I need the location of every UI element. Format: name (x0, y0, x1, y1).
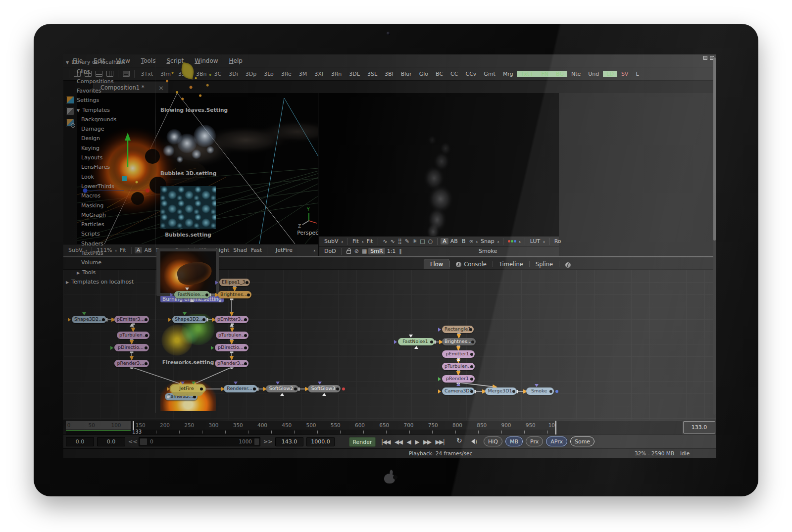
step-back-button[interactable]: << (128, 437, 137, 446)
thumbnail-leaves[interactable] (160, 62, 216, 104)
step-forward-button[interactable]: >> (263, 437, 272, 446)
tool-ld[interactable]: LD (603, 71, 618, 77)
tool-fn[interactable]: FN (538, 71, 552, 77)
playhead[interactable] (133, 421, 134, 430)
play-button[interactable]: ▶ (415, 438, 419, 445)
tree-item-design[interactable]: Design (81, 135, 100, 144)
tool-bg[interactable]: BG (552, 71, 568, 77)
tool-mrg[interactable]: Mrg (499, 71, 517, 77)
lut-button[interactable]: LUT (528, 238, 542, 244)
node-port-b[interactable] (190, 299, 194, 302)
layout-grid-icon[interactable] (106, 71, 113, 77)
node-output-dot[interactable] (145, 362, 148, 365)
node-port-l[interactable] (438, 389, 441, 393)
toggle-hiq[interactable]: HiQ (484, 436, 502, 446)
toggle-prx[interactable]: Prx (526, 436, 543, 446)
tab-flow[interactable]: Flow (424, 259, 449, 269)
tool-nte[interactable]: Nte (567, 71, 584, 77)
tree-item-backgrounds[interactable]: Backgrounds (81, 116, 116, 125)
library-item-bubbles-3d-setting[interactable]: Bubbles 3D.setting (160, 124, 216, 176)
node-softglow3[interactable]: SoftGlow3 (308, 385, 341, 392)
node-port-b[interactable] (322, 393, 326, 396)
channel-rgb-icon[interactable] (506, 240, 518, 242)
node-output-dot[interactable] (200, 387, 203, 390)
node-output-dot[interactable] (244, 362, 247, 365)
node-output-dot[interactable] (202, 318, 205, 321)
channel-a-button[interactable]: A (441, 238, 448, 244)
speaker-icon[interactable]: ) (471, 438, 477, 444)
menu-tools[interactable]: Tools (136, 57, 161, 64)
node-output-dot[interactable] (470, 390, 473, 393)
tree-item-lensflares[interactable]: LensFlares (81, 164, 110, 173)
node-port-b[interactable] (130, 324, 134, 327)
tree-item-shaders[interactable]: Shaders (81, 241, 103, 249)
fast-button[interactable]: Fast (249, 247, 264, 253)
chevron-down-icon[interactable]: ▼ (66, 60, 69, 65)
tab-icon[interactable] (559, 261, 577, 269)
node-pemitter1[interactable]: pEmitter1 (442, 350, 475, 358)
node-fastnoise1[interactable]: FastNoise1 (398, 338, 435, 345)
global-start-field[interactable]: 0.0 (66, 437, 94, 446)
node-port-t[interactable] (181, 382, 185, 385)
chevron-right-icon[interactable]: ▶ (66, 280, 69, 285)
one-to-one-button[interactable]: 1:1 (385, 248, 398, 254)
node-output-dot[interactable] (469, 328, 472, 331)
tool-3xf[interactable]: 3Xf (311, 71, 327, 77)
tree-item-macros[interactable]: Macros (81, 193, 100, 201)
time-ruler[interactable]: 0501001502002503003504004505005506006507… (66, 421, 555, 430)
tool-3rn[interactable]: 3Rn (327, 71, 346, 77)
channel-ab-button[interactable]: AB (448, 238, 460, 244)
toggle-some[interactable]: Some (570, 436, 594, 446)
tree-item-compositions[interactable]: Compositions (77, 78, 113, 87)
chevron-down-icon[interactable]: ▼ (77, 108, 80, 113)
node-port-b[interactable] (456, 358, 460, 361)
chevron-up-icon[interactable]: ▴ (114, 248, 118, 252)
paint-grid-icon[interactable]: ⣿ (396, 238, 403, 244)
tool-3bl[interactable]: 3Bl (381, 71, 397, 77)
node-port-t[interactable] (234, 382, 238, 385)
rectangle-tool-icon[interactable]: □ (418, 238, 426, 244)
render-start-field[interactable]: 143.0 (275, 437, 303, 446)
node-port-t2[interactable] (192, 382, 196, 385)
tool-gmt[interactable]: Gmt (480, 71, 499, 77)
scene-cube-icon[interactable] (66, 96, 74, 104)
gain-gamma-icon[interactable]: ‖ (397, 248, 403, 254)
node-prender3_l[interactable]: pRender3... (114, 360, 149, 367)
tab-console[interactable]: Console (450, 259, 493, 269)
library-scrollbar[interactable] (713, 56, 716, 415)
library-item-blowing-leaves-setting[interactable]: Blowing leaves.Setting (160, 62, 216, 113)
node-port-t[interactable] (535, 384, 539, 387)
render-button[interactable]: Render (349, 437, 376, 447)
node-output-dot[interactable] (430, 340, 433, 343)
channel-ab-button[interactable]: AB (142, 247, 153, 253)
node-output-dot[interactable] (512, 390, 515, 393)
tree-item-tools[interactable]: ▶Tools (77, 269, 96, 278)
tree-item-look[interactable]: Look (81, 174, 94, 183)
node-output-dot[interactable] (246, 281, 248, 284)
chevron-up-icon[interactable]: ▴ (518, 240, 522, 243)
tool-ccv[interactable]: CCv (462, 71, 480, 77)
chevron-up-icon[interactable]: ▴ (340, 240, 344, 243)
node-port-b[interactable] (230, 324, 234, 327)
node-port-t[interactable] (185, 288, 189, 290)
node-port-l[interactable] (170, 293, 173, 297)
tree-item-masking[interactable]: Masking (81, 202, 103, 211)
chevron-up-icon[interactable]: ▴ (496, 240, 500, 243)
tree-item-mograph[interactable]: MoGraph (81, 212, 106, 221)
chevron-up-icon[interactable]: ▴ (312, 248, 316, 252)
node-port-b[interactable] (280, 393, 284, 396)
thumbnail-eng[interactable] (160, 251, 216, 293)
node-port-t[interactable] (82, 312, 86, 315)
bspline-tool-icon[interactable]: ∿ (389, 238, 396, 244)
tool-3m[interactable]: 3M (295, 71, 311, 77)
tree-item-damage[interactable]: Damage (81, 126, 104, 135)
toggle-aprx[interactable]: APrx (546, 436, 567, 446)
node-port-b[interactable] (456, 383, 460, 386)
node-output-dot[interactable] (549, 390, 552, 393)
node-output-dot[interactable] (145, 334, 148, 337)
inspect-cube-icon[interactable] (66, 119, 74, 127)
node-fastnoise_m[interactable]: FastNoise... (174, 291, 210, 298)
node-merge3d1[interactable]: Merge3D1 (485, 387, 517, 395)
node-port-t[interactable] (276, 382, 280, 385)
play-rev-button[interactable]: ◀ (406, 438, 410, 445)
